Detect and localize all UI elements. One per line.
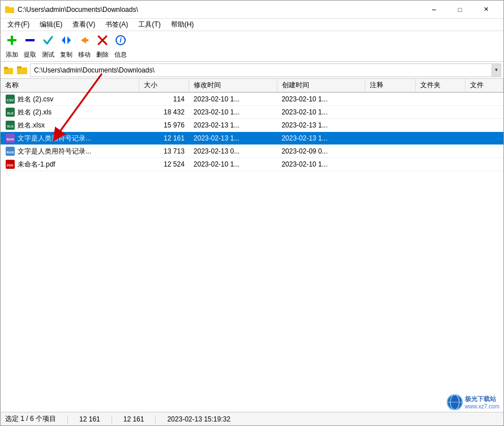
col-header-created[interactable]: 创建时间 xyxy=(277,79,365,92)
file-type-icon: XLS xyxy=(5,107,15,117)
file-modified: 2023-02-13 1... xyxy=(189,132,277,145)
file-name: 文字是人类用符号记录... xyxy=(18,134,91,143)
file-size: 12 524 xyxy=(139,158,189,171)
svg-rect-3 xyxy=(7,39,16,41)
file-comment xyxy=(365,92,415,106)
file-file xyxy=(465,119,503,132)
file-name: 未命名-1.pdf xyxy=(18,160,55,169)
file-folder xyxy=(415,106,465,119)
status-divider-3 xyxy=(155,415,156,423)
col-header-file[interactable]: 文件 xyxy=(465,79,503,92)
svg-text:CSV: CSV xyxy=(7,99,14,102)
file-list-container[interactable]: 名称 大小 修改时间 创建时间 注释 文件夹 文件 CSV 姓名 (2).csv xyxy=(1,79,503,412)
delete-button[interactable] xyxy=(95,32,110,48)
title-text: C:\Users\admin\Documents\Downloads\ xyxy=(18,6,138,14)
file-type-icon: RAR xyxy=(5,146,15,156)
move-button[interactable] xyxy=(76,32,92,48)
file-folder xyxy=(415,158,465,171)
menu-bookmarks[interactable]: 书签(A) xyxy=(101,19,133,31)
test-label: 测试 xyxy=(40,50,56,59)
file-name-cell: RAR 文字是人类用符号记录... xyxy=(1,145,139,158)
table-row[interactable]: XLS 姓名 (2).xls 18 432 2023-02-10 1... 20… xyxy=(1,106,503,119)
file-name-cell: PDF 未命名-1.pdf xyxy=(1,158,139,171)
copy-button[interactable] xyxy=(58,32,74,48)
menu-file[interactable]: 文件(F) xyxy=(3,19,34,31)
title-bar-controls: − □ ✕ xyxy=(421,1,499,19)
file-type-icon: XLS xyxy=(5,120,15,130)
file-comment xyxy=(365,158,415,171)
file-file xyxy=(465,145,503,158)
file-modified: 2023-02-10 1... xyxy=(189,92,277,106)
close-button[interactable]: ✕ xyxy=(473,1,499,19)
file-created: 2023-02-10 1... xyxy=(277,158,365,171)
address-dropdown[interactable]: ▼ xyxy=(492,63,501,77)
svg-marker-5 xyxy=(62,36,65,44)
copy-label: 复制 xyxy=(58,50,74,59)
file-size: 18 432 xyxy=(139,106,189,119)
file-name-cell: XLS 姓名 (2).xls xyxy=(1,106,139,119)
file-created: 2023-02-13 1... xyxy=(277,132,365,145)
watermark-logo xyxy=(447,394,463,410)
extract-label: 提取 xyxy=(22,50,38,59)
table-row[interactable]: RAR 文字是人类用符号记录... 12 161 2023-02-13 1...… xyxy=(1,132,503,145)
svg-marker-6 xyxy=(67,36,71,44)
add-button[interactable] xyxy=(4,32,20,48)
col-header-modified[interactable]: 修改时间 xyxy=(189,79,277,92)
col-header-comment[interactable]: 注释 xyxy=(365,79,415,92)
move-label: 移动 xyxy=(76,50,92,59)
file-comment xyxy=(365,132,415,145)
menu-tools[interactable]: 工具(T) xyxy=(134,19,165,31)
maximize-button[interactable]: □ xyxy=(447,1,473,19)
test-button[interactable] xyxy=(40,32,56,48)
file-created: 2023-02-09 0... xyxy=(277,145,365,158)
col-header-folder[interactable]: 文件夹 xyxy=(415,79,465,92)
watermark: 极光下载站 www.xz7.com xyxy=(447,394,499,410)
menu-bar: 文件(F) 编辑(E) 查看(V) 书签(A) 工具(T) 帮助(H) xyxy=(1,19,503,31)
table-row[interactable]: CSV 姓名 (2).csv 114 2023-02-10 1... 2023-… xyxy=(1,92,503,106)
menu-help[interactable]: 帮助(H) xyxy=(166,19,199,31)
toolbar: i 添加 提取 测试 复制 移动 删除 信息 xyxy=(1,31,503,62)
svg-rect-8 xyxy=(86,39,88,41)
col-header-name[interactable]: 名称 xyxy=(1,79,139,92)
svg-text:i: i xyxy=(119,36,122,44)
file-list: 名称 大小 修改时间 创建时间 注释 文件夹 文件 CSV 姓名 (2).csv xyxy=(1,79,503,171)
status-size1: 12 161 xyxy=(79,415,100,423)
file-file xyxy=(465,132,503,145)
table-row[interactable]: PDF 未命名-1.pdf 12 524 2023-02-10 1... 202… xyxy=(1,158,503,171)
file-name-cell: XLS 姓名.xlsx xyxy=(1,119,139,132)
file-name: 姓名 (2).csv xyxy=(18,95,53,104)
extract-button[interactable] xyxy=(22,32,38,48)
status-divider-1 xyxy=(67,415,68,423)
svg-rect-16 xyxy=(17,66,22,69)
file-type-icon: RAR xyxy=(5,133,15,143)
file-modified: 2023-02-10 1... xyxy=(189,158,277,171)
svg-rect-1 xyxy=(5,6,9,8)
add-label: 添加 xyxy=(4,50,20,59)
watermark-text-block: 极光下载站 www.xz7.com xyxy=(465,395,499,410)
watermark-url: www.xz7.com xyxy=(465,403,499,410)
menu-view[interactable]: 查看(V) xyxy=(68,19,100,31)
menu-edit[interactable]: 编辑(E) xyxy=(35,19,67,31)
status-bar: 选定 1 / 6 个项目 12 161 12 161 2023-02-13 15… xyxy=(1,412,503,425)
svg-rect-14 xyxy=(4,67,8,69)
svg-text:PDF: PDF xyxy=(7,164,14,167)
folder-path-icon xyxy=(16,65,28,76)
file-comment xyxy=(365,106,415,119)
address-input[interactable] xyxy=(30,63,492,77)
table-header-row: 名称 大小 修改时间 创建时间 注释 文件夹 文件 xyxy=(1,79,503,92)
table-row[interactable]: RAR 文字是人类用符号记录... 13 713 2023-02-13 0...… xyxy=(1,145,503,158)
file-comment xyxy=(365,119,415,132)
col-header-size[interactable]: 大小 xyxy=(139,79,189,92)
file-file xyxy=(465,158,503,171)
svg-rect-4 xyxy=(25,39,35,41)
table-row[interactable]: XLS 姓名.xlsx 15 976 2023-02-13 1... 2023-… xyxy=(1,119,503,132)
svg-text:RAR: RAR xyxy=(7,151,15,154)
status-divider-2 xyxy=(112,415,112,423)
info-button[interactable]: i xyxy=(113,32,129,48)
file-size: 12 161 xyxy=(139,132,189,145)
minimize-button[interactable]: − xyxy=(421,1,447,19)
file-folder xyxy=(415,119,465,132)
file-size: 15 976 xyxy=(139,119,189,132)
file-comment xyxy=(365,145,415,158)
file-size: 114 xyxy=(139,92,189,106)
